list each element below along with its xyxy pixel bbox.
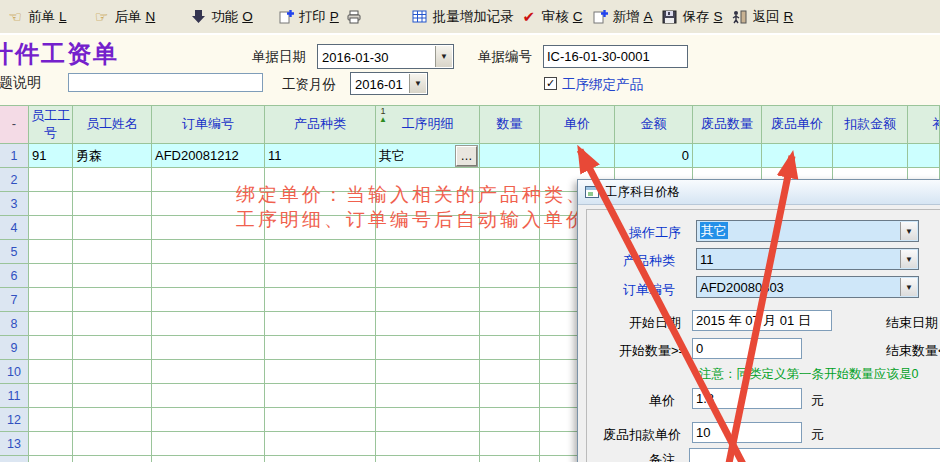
grid-cell[interactable]: [376, 240, 480, 264]
grid-cell[interactable]: [480, 432, 540, 456]
grid-cell[interactable]: [376, 288, 480, 312]
new-button[interactable]: 新增A: [591, 8, 653, 26]
column-header-0[interactable]: -: [0, 106, 29, 144]
start-qty-input[interactable]: [692, 338, 802, 359]
scrap-price-input[interactable]: [692, 422, 802, 443]
grid-cell[interactable]: [29, 216, 73, 240]
grid-cell[interactable]: [152, 312, 265, 336]
chevron-down-icon[interactable]: ▼: [900, 250, 917, 268]
column-header-5[interactable]: 1▲工序明细: [376, 106, 480, 144]
column-header-4[interactable]: 产品种类: [265, 106, 376, 144]
row-selector[interactable]: 8: [0, 312, 29, 336]
grid-cell[interactable]: [29, 408, 73, 432]
grid-cell[interactable]: [73, 432, 152, 456]
grid-cell[interactable]: [29, 264, 73, 288]
grid-cell[interactable]: [29, 312, 73, 336]
column-header-7[interactable]: 单价: [540, 106, 615, 144]
grid-cell[interactable]: [265, 336, 376, 360]
remark-input[interactable]: [689, 448, 940, 462]
row-selector[interactable]: 2: [0, 168, 29, 192]
printer-icon[interactable]: [345, 9, 363, 25]
row-selector[interactable]: 7: [0, 288, 29, 312]
row-selector[interactable]: 1: [0, 144, 29, 168]
grid-cell[interactable]: [693, 144, 762, 168]
grid-cell[interactable]: [73, 192, 152, 216]
row-selector[interactable]: 14: [0, 456, 29, 462]
column-header-9[interactable]: 废品数量: [693, 106, 762, 144]
chevron-down-icon[interactable]: ▼: [435, 46, 452, 67]
audit-button[interactable]: ✔ 审核C: [520, 8, 583, 26]
grid-cell[interactable]: [29, 384, 73, 408]
grid-cell[interactable]: [265, 360, 376, 384]
grid-cell[interactable]: [73, 288, 152, 312]
grid-cell[interactable]: [29, 288, 73, 312]
grid-cell[interactable]: [265, 288, 376, 312]
grid-cell[interactable]: [29, 168, 73, 192]
grid-cell[interactable]: [265, 432, 376, 456]
save-button[interactable]: 保存S: [661, 8, 723, 26]
grid-cell[interactable]: [376, 360, 480, 384]
grid-cell[interactable]: [152, 336, 265, 360]
row-selector[interactable]: 4: [0, 216, 29, 240]
grid-cell[interactable]: [73, 216, 152, 240]
column-header-2[interactable]: 员工姓名: [73, 106, 152, 144]
doc-no-input[interactable]: [543, 45, 688, 68]
chevron-down-icon[interactable]: ▼: [900, 222, 917, 240]
column-header-11[interactable]: 扣款金额: [833, 106, 908, 144]
grid-cell[interactable]: [480, 408, 540, 432]
grid-cell[interactable]: [265, 312, 376, 336]
grid-cell[interactable]: [152, 432, 265, 456]
column-header-10[interactable]: 废品单价: [762, 106, 833, 144]
column-header-1[interactable]: 员工工号: [29, 106, 73, 144]
grid-cell[interactable]: [480, 360, 540, 384]
grid-cell[interactable]: [833, 144, 908, 168]
grid-cell[interactable]: [73, 312, 152, 336]
print-button[interactable]: 打印P: [277, 8, 339, 26]
grid-cell[interactable]: [265, 264, 376, 288]
row-selector[interactable]: 12: [0, 408, 29, 432]
column-header-6[interactable]: 数量: [480, 106, 540, 144]
column-header-3[interactable]: 订单编号: [152, 106, 265, 144]
grid-cell[interactable]: AFD20081212: [152, 144, 265, 168]
batch-add-button[interactable]: 批量增加记录: [411, 8, 514, 26]
order-combobox[interactable]: AFD20080303 ▼: [696, 276, 919, 298]
grid-cell[interactable]: [29, 360, 73, 384]
grid-cell[interactable]: [480, 240, 540, 264]
row-selector[interactable]: 6: [0, 264, 29, 288]
grid-cell[interactable]: [152, 240, 265, 264]
row-selector[interactable]: 13: [0, 432, 29, 456]
grid-cell[interactable]: [908, 144, 940, 168]
grid-cell[interactable]: [29, 240, 73, 264]
grid-cell[interactable]: [376, 456, 480, 462]
row-selector[interactable]: 3: [0, 192, 29, 216]
grid-cell[interactable]: [73, 384, 152, 408]
row-selector[interactable]: 5: [0, 240, 29, 264]
grid-cell[interactable]: 勇森: [73, 144, 152, 168]
grid-cell[interactable]: [480, 264, 540, 288]
grid-cell[interactable]: [73, 360, 152, 384]
grid-cell[interactable]: 11: [265, 144, 376, 168]
column-header-12[interactable]: 补: [908, 106, 940, 144]
grid-cell[interactable]: [152, 288, 265, 312]
chevron-down-icon[interactable]: ▼: [900, 278, 917, 296]
grid-cell[interactable]: [376, 384, 480, 408]
grid-cell[interactable]: [29, 192, 73, 216]
grid-cell[interactable]: 0: [615, 144, 693, 168]
chevron-down-icon[interactable]: ▼: [409, 74, 426, 93]
subject-input[interactable]: [68, 73, 263, 92]
grid-cell[interactable]: [480, 144, 540, 168]
grid-cell[interactable]: [73, 456, 152, 462]
grid-cell[interactable]: [152, 360, 265, 384]
column-header-8[interactable]: 金额: [615, 106, 693, 144]
grid-cell[interactable]: [480, 336, 540, 360]
grid-cell[interactable]: [152, 456, 265, 462]
grid-cell[interactable]: [376, 336, 480, 360]
grid-cell[interactable]: [480, 456, 540, 462]
grid-cell[interactable]: [265, 408, 376, 432]
product-combobox[interactable]: 11 ▼: [696, 248, 919, 270]
grid-cell[interactable]: [29, 432, 73, 456]
row-selector[interactable]: 10: [0, 360, 29, 384]
start-date-input[interactable]: [692, 310, 832, 331]
grid-cell[interactable]: [73, 240, 152, 264]
process-combobox[interactable]: 其它 ▼: [696, 220, 919, 242]
